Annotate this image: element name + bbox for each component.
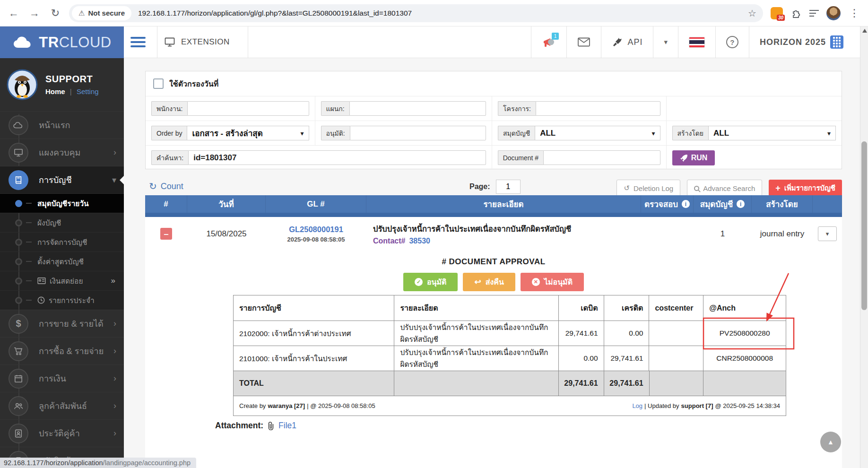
- sidebar-item-dashboard[interactable]: แผงควบคุม ›: [0, 139, 124, 166]
- url-text[interactable]: 192.168.1.177/horizon/application/gl/gl.…: [138, 9, 412, 17]
- sidebar-item-purchases[interactable]: การซื้อ & รายจ่าย ›: [0, 337, 124, 364]
- gl-created-by: journal entry: [752, 229, 813, 239]
- document-number-input[interactable]: [543, 150, 660, 165]
- approve-button[interactable]: ✓ อนุมัติ: [403, 273, 458, 291]
- submenu-label: เงินสดย่อย: [50, 275, 83, 287]
- extension-menu-label[interactable]: EXTENSION: [181, 37, 230, 47]
- sidebar-item-home[interactable]: หน้าแรก: [0, 111, 124, 139]
- browser-profile-avatar[interactable]: [826, 6, 841, 20]
- run-button[interactable]: RUN: [672, 150, 715, 165]
- sidebar-item-label: แผงควบคุม: [39, 146, 80, 159]
- submenu-label: ตั้งค่าสูตรบัญชี: [37, 256, 84, 268]
- submenu-item-daily-journal[interactable]: สมุดบัญชีรายวัน: [0, 193, 124, 213]
- reading-list-icon[interactable]: [808, 9, 820, 18]
- kebab-menu-icon[interactable]: ⋮: [847, 6, 861, 20]
- debit-cell: 29,741.61: [558, 321, 604, 346]
- sidebar-item-accounting[interactable]: การบัญชี ▾: [0, 166, 124, 193]
- attachment-file-link[interactable]: File1: [278, 421, 296, 431]
- mail-button[interactable]: [567, 26, 601, 58]
- chevron-right-icon: ›: [113, 319, 116, 329]
- count-control[interactable]: ↻ Count: [149, 181, 183, 192]
- log-link[interactable]: Log: [632, 402, 642, 409]
- scrollbar-thumb[interactable]: [861, 141, 867, 310]
- approval-title: # DOCUMENT APPROVAL: [145, 257, 842, 267]
- total-debit: 29,741.61: [558, 371, 604, 396]
- cross-icon: ✕: [532, 278, 540, 286]
- ledger-select[interactable]: ALL ▾: [535, 126, 660, 140]
- reject-button[interactable]: ✕ ไม่อนุมัติ: [521, 273, 584, 291]
- address-bar[interactable]: ⚠ Not secure 192.168.1.177/horizon/appli…: [69, 4, 763, 22]
- debit-cell: 0.00: [558, 346, 604, 371]
- bookmark-star-icon[interactable]: ☆: [748, 8, 756, 19]
- create-user: waranya [27]: [268, 402, 305, 409]
- setting-link[interactable]: Setting: [77, 87, 99, 95]
- extensions-puzzle-icon[interactable]: [790, 8, 802, 19]
- info-icon[interactable]: i: [682, 200, 690, 208]
- deletion-log-button[interactable]: ↺ Deletion Log: [616, 180, 680, 197]
- announce-badge: 1: [552, 33, 559, 40]
- api-button[interactable]: API: [601, 26, 653, 58]
- submenu-item-recurring[interactable]: รายการประจำ: [0, 290, 124, 310]
- advance-search-button[interactable]: Advance Search: [687, 180, 762, 197]
- submenu-dot: [15, 297, 22, 304]
- chevron-right-icon: ›: [113, 428, 116, 438]
- anch-cell[interactable]: PV2508000280: [703, 321, 786, 346]
- sidebar-item-label: การเงิน: [39, 372, 66, 385]
- contact-number-link[interactable]: 38530: [409, 237, 430, 245]
- keyword-input[interactable]: [188, 150, 486, 165]
- submenu-item-chart-of-accounts[interactable]: ผังบัญชี: [0, 213, 124, 232]
- refresh-icon: ↻: [149, 181, 157, 192]
- sidebar-item-label: การซื้อ & รายจ่าย: [39, 344, 104, 358]
- department-input[interactable]: [349, 101, 486, 116]
- sidebar-item-finance[interactable]: การเงิน ›: [0, 364, 124, 392]
- chevron-right-icon: ›: [113, 401, 116, 411]
- submenu-item-petty-cash[interactable]: เงินสดย่อย »: [0, 271, 124, 290]
- sidebar-item-partner-history[interactable]: ประวัติคู่ค้า ›: [0, 419, 124, 447]
- page-input[interactable]: [496, 180, 521, 194]
- language-flag-button[interactable]: [678, 26, 715, 58]
- scroll-to-top-button[interactable]: ▲: [820, 432, 841, 452]
- sidebar-item-sales[interactable]: $ การขาย & รายได้ ›: [0, 310, 124, 337]
- submenu-item-account-formula[interactable]: ตั้งค่าสูตรบัญชี: [0, 251, 124, 271]
- accounting-submenu: สมุดบัญชีรายวัน ผังบัญชี การจัดการบัญชี …: [0, 193, 124, 310]
- credit-cell: 29,741.61: [604, 346, 649, 371]
- info-icon[interactable]: i: [737, 200, 745, 208]
- gl-number-link[interactable]: GL2508000191: [289, 225, 343, 234]
- gl-ledger-value: 1: [694, 229, 752, 239]
- return-arrow-icon: ↩: [474, 277, 481, 287]
- back-icon[interactable]: ←: [7, 6, 21, 20]
- product-switcher[interactable]: HORIZON 2025: [749, 26, 854, 58]
- row-dropdown-button[interactable]: ▾: [818, 226, 837, 241]
- employee-input[interactable]: [187, 101, 309, 116]
- gl-row: – 15/08/2025 GL2508000191 2025-09-08 08:…: [145, 217, 842, 251]
- ledger-label: สมุดบัญชี: [498, 126, 535, 140]
- collapse-row-button[interactable]: –: [160, 228, 172, 240]
- brand-logo[interactable]: TRCLOUD: [0, 26, 124, 58]
- user-dropdown[interactable]: ▾: [653, 26, 678, 58]
- user-avatar[interactable]: [7, 69, 38, 100]
- return-button[interactable]: ↩ ส่งคืน: [463, 273, 515, 291]
- adblock-extension-icon[interactable]: 30: [770, 6, 784, 20]
- forward-icon[interactable]: →: [27, 6, 42, 20]
- date-filter-checkbox[interactable]: [153, 78, 164, 89]
- createdby-select[interactable]: ALL ▾: [708, 126, 836, 140]
- home-link[interactable]: Home: [45, 87, 65, 95]
- col-ledger: สมุดบัญชีi: [694, 195, 752, 213]
- reload-icon[interactable]: ↻: [48, 6, 62, 20]
- orderby-select[interactable]: เอกสาร - สร้างล่าสุด ▾: [187, 126, 309, 140]
- project-input[interactable]: [536, 101, 660, 116]
- id-card-icon: [37, 277, 46, 284]
- filter-panel: ใช้ตัวกรองวันที่ พนักงาน: แผนก: โครงการ:…: [145, 71, 842, 169]
- scrollbar-up-arrow[interactable]: [862, 29, 867, 33]
- help-button[interactable]: ?: [716, 26, 749, 58]
- add-entry-button[interactable]: + เพิ่มรายการบัญชี: [769, 180, 842, 197]
- sidebar-item-crm[interactable]: ลูกค้าสัมพันธ์ ›: [0, 392, 124, 419]
- security-chip[interactable]: ⚠ Not secure: [72, 6, 131, 20]
- announcements-button[interactable]: 1: [531, 26, 566, 58]
- approved-input[interactable]: [350, 126, 486, 140]
- anch-cell[interactable]: CNR2508000008: [703, 346, 786, 371]
- gl-table-header: # วันที่ GL # รายละเอียด ตรวจสอบi สมุดบั…: [145, 195, 842, 213]
- submenu-item-account-management[interactable]: การจัดการบัญชี: [0, 232, 124, 251]
- vertical-scrollbar[interactable]: [860, 26, 868, 468]
- hamburger-menu-icon[interactable]: [130, 35, 146, 50]
